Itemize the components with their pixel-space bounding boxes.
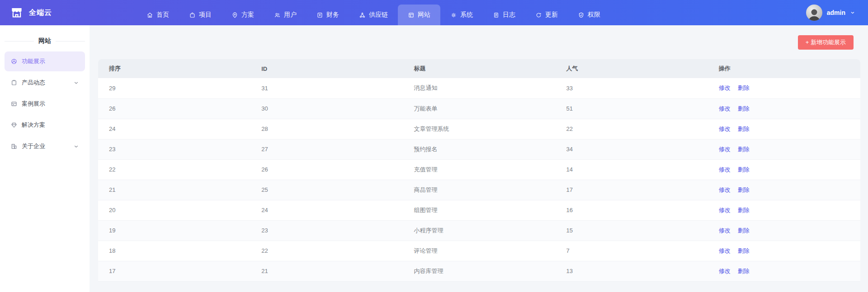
delete-link[interactable]: 删除 [738, 84, 750, 91]
edit-link[interactable]: 修改 [719, 227, 731, 234]
edit-link[interactable]: 修改 [719, 105, 731, 112]
cell-id: 28 [250, 119, 403, 139]
gallery-window-icon [10, 100, 18, 107]
add-feature-button[interactable]: + 新增功能展示 [798, 35, 854, 50]
cell-actions: 修改删除 [708, 139, 860, 159]
edit-link[interactable]: 修改 [719, 125, 731, 132]
cell-popularity: 14 [556, 159, 708, 180]
nav-item-label: 系统 [460, 11, 473, 19]
building-icon [10, 143, 18, 150]
nav-item-label: 权限 [588, 11, 600, 19]
users-icon [274, 12, 281, 19]
avatar-silhouette [806, 6, 822, 21]
clipboard-icon [10, 79, 18, 86]
cell-id: 30 [250, 98, 403, 119]
table-row: 26 30 万能表单 51 修改删除 [98, 98, 860, 119]
nav-item-home[interactable]: 首页 [137, 5, 179, 25]
table-row: 24 28 文章管理系统 22 修改删除 [98, 119, 860, 139]
sidebar-item-label: 解决方案 [22, 121, 45, 129]
nav-item-users[interactable]: 用户 [264, 5, 307, 25]
column-header-popularity: 人气 [556, 59, 708, 78]
cell-id: 23 [250, 220, 403, 241]
nav-item-supply-chain[interactable]: 供应链 [349, 5, 398, 25]
cell-title: 预约报名 [403, 139, 555, 159]
cell-actions: 修改删除 [708, 200, 860, 220]
chevron-down-icon [850, 10, 855, 15]
feature-table: 排序 ID 标题 人气 操作 29 31 消息通知 33 修改删除 26 30 [98, 59, 860, 282]
cell-popularity: 51 [556, 98, 708, 119]
gear-icon [450, 12, 457, 19]
delete-link[interactable]: 删除 [738, 146, 750, 153]
sidebar-item-solutions[interactable]: 解决方案 [5, 115, 85, 135]
edit-link[interactable]: 修改 [719, 166, 731, 173]
sidebar-item-label: 产品动态 [22, 79, 45, 87]
brand-name: 全端云 [29, 8, 52, 18]
sidebar-item-feature-display[interactable]: 功能展示 [5, 51, 85, 71]
cell-popularity: 13 [556, 261, 708, 281]
delete-link[interactable]: 删除 [738, 186, 750, 193]
cell-actions: 修改删除 [708, 159, 860, 180]
delete-link[interactable]: 删除 [738, 207, 750, 213]
nav-item-permissions[interactable]: 权限 [568, 5, 610, 25]
supply-chain-icon [359, 12, 366, 19]
cell-sort: 29 [98, 78, 250, 98]
edit-link[interactable]: 修改 [719, 247, 731, 254]
sidebar-title: 网站 [5, 37, 85, 45]
cell-popularity: 33 [556, 78, 708, 98]
cell-title: 内容库管理 [403, 261, 555, 281]
edit-link[interactable]: 修改 [719, 186, 731, 193]
brand[interactable]: 全端云 [10, 6, 78, 19]
user-menu[interactable]: admin [806, 5, 855, 21]
cell-popularity: 16 [556, 200, 708, 220]
cell-actions: 修改删除 [708, 180, 860, 200]
delete-link[interactable]: 删除 [738, 125, 750, 132]
edit-link[interactable]: 修改 [719, 84, 731, 91]
column-header-title: 标题 [403, 59, 555, 78]
cell-actions: 修改删除 [708, 241, 860, 261]
cell-actions: 修改删除 [708, 98, 860, 119]
toolbar: + 新增功能展示 [90, 25, 868, 59]
briefcase-icon [189, 12, 196, 19]
edit-link[interactable]: 修改 [719, 146, 731, 153]
username: admin [827, 9, 845, 16]
delete-link[interactable]: 删除 [738, 105, 750, 112]
nav-item-system[interactable]: 系统 [440, 5, 483, 25]
map-pin-icon [231, 12, 238, 19]
cell-popularity: 17 [556, 180, 708, 200]
nav-item-update[interactable]: 更新 [525, 5, 568, 25]
cell-id: 24 [250, 200, 403, 220]
shield-check-icon [578, 12, 585, 19]
edit-link[interactable]: 修改 [719, 268, 731, 274]
cell-id: 27 [250, 139, 403, 159]
delete-link[interactable]: 删除 [738, 268, 750, 274]
refresh-icon [535, 12, 542, 19]
sphere-icon [10, 58, 18, 65]
sidebar-item-about-company[interactable]: 关于企业 [5, 136, 85, 156]
sidebar-item-case-display[interactable]: 案例展示 [5, 94, 85, 114]
nav-item-label: 首页 [156, 11, 169, 19]
edit-link[interactable]: 修改 [719, 207, 731, 213]
nav-item-website[interactable]: 网站 [398, 5, 440, 25]
sidebar-item-product-news[interactable]: 产品动态 [5, 73, 85, 93]
table-row: 18 22 评论管理 7 修改删除 [98, 241, 860, 261]
browser-window-icon [408, 12, 415, 19]
cell-title: 文章管理系统 [403, 119, 555, 139]
nav-item-logs[interactable]: 日志 [483, 5, 525, 25]
nav-item-label: 财务 [326, 11, 339, 19]
cell-popularity: 22 [556, 119, 708, 139]
sidebar-item-label: 案例展示 [22, 100, 45, 108]
nav-item-projects[interactable]: 项目 [179, 5, 222, 25]
table-row: 23 27 预约报名 34 修改删除 [98, 139, 860, 159]
avatar [806, 5, 822, 21]
delete-link[interactable]: 删除 [738, 247, 750, 254]
nav-item-finance[interactable]: 财务 [307, 5, 349, 25]
cell-sort: 24 [98, 119, 250, 139]
cell-id: 22 [250, 241, 403, 261]
cell-title: 消息通知 [403, 78, 555, 98]
nav-item-label: 更新 [545, 11, 558, 19]
table-row: 22 26 充值管理 14 修改删除 [98, 159, 860, 180]
delete-link[interactable]: 删除 [738, 166, 750, 173]
nav-item-label: 网站 [418, 11, 430, 19]
delete-link[interactable]: 删除 [738, 227, 750, 234]
nav-item-plans[interactable]: 方案 [222, 5, 264, 25]
